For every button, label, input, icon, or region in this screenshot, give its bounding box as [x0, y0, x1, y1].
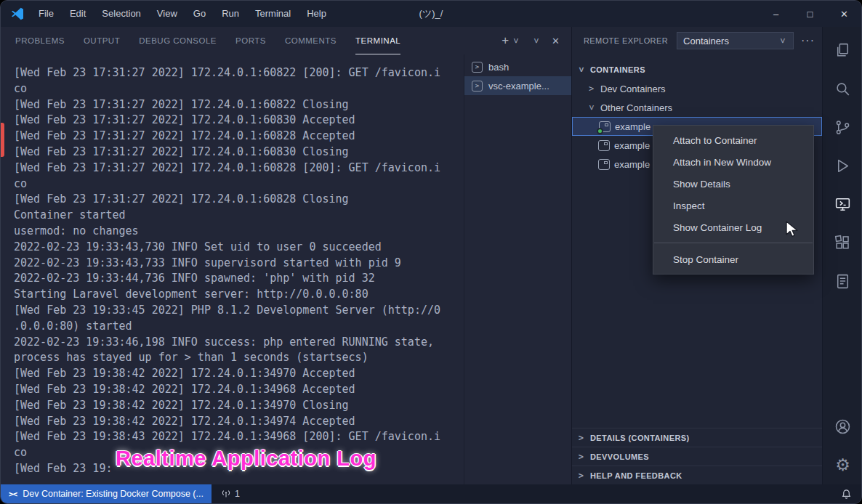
terminal-line: .0.0.0:80) started: [14, 319, 464, 335]
container-icon-inner: [605, 123, 608, 126]
chevron-right-icon: >: [576, 471, 586, 481]
more-actions-icon[interactable]: ···: [801, 34, 815, 47]
panel-tab[interactable]: OUTPUT: [84, 27, 120, 54]
sidebar-section-header[interactable]: > DEVVOLUMES: [572, 447, 822, 466]
panel-chevron-icon[interactable]: >: [531, 36, 541, 46]
left-edge-marker: [1, 123, 4, 157]
terminal-tab-item[interactable]: > vsc-example...: [464, 76, 571, 95]
account-icon[interactable]: [823, 407, 862, 446]
sidebar-title: REMOTE EXPLORER: [584, 36, 668, 45]
menu-item[interactable]: Run: [214, 1, 247, 27]
container-icon-inner: [604, 142, 608, 145]
maximize-button[interactable]: □: [793, 1, 827, 27]
bottom-panel: PROBLEMSOUTPUTDEBUG CONSOLEPORTSCOMMENTS…: [1, 27, 571, 484]
sidebar-section-header[interactable]: > HELP AND FEEDBACK: [572, 466, 822, 484]
notebook-icon[interactable]: [823, 262, 862, 301]
context-menu-item[interactable]: Attach to Container: [653, 129, 813, 151]
terminal-line: [Wed Feb 23 17:31:27 2022] 172.24.0.1:60…: [14, 129, 464, 145]
menu-item[interactable]: Selection: [94, 1, 148, 27]
terminal-line: [Wed Feb 23 17:31:27 2022] 172.24.0.1:60…: [14, 160, 464, 176]
terminal-tab-item[interactable]: > bash: [464, 57, 571, 76]
menu-item[interactable]: Edit: [62, 1, 94, 27]
terminal-line: 2022-02-23 19:33:46,198 INFO success: ph…: [14, 335, 464, 351]
menu-item[interactable]: Go: [185, 1, 214, 27]
terminal-line: Container started: [14, 208, 464, 224]
context-menu-item[interactable]: Show Details: [653, 173, 813, 195]
context-menu-item-label: Attach in New Window: [673, 157, 771, 168]
terminal-line: [Wed Feb 23 17:31:27 2022] 172.24.0.1:60…: [14, 113, 464, 129]
source-control-icon[interactable]: [823, 108, 862, 147]
tree-section-label: CONTAINERS: [590, 65, 645, 74]
menu-item[interactable]: Help: [299, 1, 334, 27]
context-menu-item[interactable]: Inspect: [653, 195, 813, 216]
sidebar-section-header[interactable]: > DETAILS (CONTAINERS): [572, 428, 822, 447]
container-label: example: [615, 121, 650, 132]
remote-type-select[interactable]: Containers >: [677, 32, 794, 49]
menu-item[interactable]: File: [31, 1, 62, 27]
context-menu-item[interactable]: [654, 243, 813, 243]
terminal-output: [Wed Feb 23 17:31:27 2022] 172.24.0.1:60…: [1, 54, 464, 484]
container-icon: [599, 121, 611, 132]
terminal-tab-label: vsc-example...: [488, 81, 549, 92]
terminal-line: [Wed Feb 23 19:38:42 2022] 172.24.0.1:34…: [14, 414, 464, 430]
context-menu-item-label: Show Details: [673, 179, 730, 190]
forwarded-ports-button[interactable]: 1: [221, 489, 240, 499]
chevron-down-icon: >: [576, 65, 587, 75]
run-debug-icon[interactable]: [823, 147, 862, 185]
panel-tab[interactable]: PORTS: [235, 27, 266, 54]
minimize-button[interactable]: –: [759, 1, 793, 27]
panel-tab[interactable]: PROBLEMS: [15, 27, 65, 54]
search-icon[interactable]: [823, 70, 862, 108]
terminal-tab-label: bash: [488, 62, 509, 73]
context-menu-item[interactable]: Stop Container: [653, 248, 813, 270]
container-icon: [598, 140, 610, 151]
ports-count: 1: [235, 489, 240, 499]
container-label: example: [614, 140, 650, 151]
settings-gear-icon[interactable]: ⚙: [823, 446, 862, 484]
container-icon: [598, 159, 610, 170]
chevron-icon: >: [587, 84, 596, 94]
sidebar-section-label: DETAILS (CONTAINERS): [590, 434, 690, 442]
terminal-line: [Wed Feb 23 17:31:27 2022] 172.24.0.1:60…: [14, 145, 464, 160]
tree-group-row[interactable]: > Other Containers: [572, 98, 822, 117]
terminal-line: [Wed Feb 23 19:38:42 2022] 172.24.0.1:34…: [14, 382, 464, 398]
container-context-menu: Attach to Container Attach in New Window…: [653, 125, 814, 275]
remote-status-button[interactable]: >< Dev Container: Existing Docker Compos…: [1, 484, 212, 503]
chevron-down-icon: >: [778, 36, 788, 46]
remote-status-label: Dev Container: Existing Docker Compose (…: [23, 489, 204, 499]
close-panel-icon[interactable]: ✕: [552, 36, 560, 46]
terminal-prompt-icon: >: [472, 81, 483, 92]
files-copy-icon[interactable]: [823, 31, 862, 70]
terminal-line: Starting Laravel development server: htt…: [14, 287, 464, 303]
close-button[interactable]: ✕: [827, 1, 861, 27]
title-bar: FileEditSelectionViewGoRunTerminalHelp (…: [1, 1, 861, 27]
remote-indicator-icon: ><: [9, 489, 17, 499]
tree-groups: > Dev Containers > Other Containers: [572, 79, 822, 117]
terminal-line: [Wed Feb 23 17:31:27 2022] 172.24.0.1:60…: [14, 97, 464, 113]
terminal-line: co: [14, 445, 464, 461]
tree-section-containers[interactable]: > CONTAINERS: [572, 60, 822, 79]
notifications-bell-icon[interactable]: [841, 489, 852, 500]
context-menu-item[interactable]: Attach in New Window: [653, 151, 813, 173]
new-terminal-button[interactable]: + >: [502, 33, 520, 48]
terminal-line: [Wed Feb 23 17:31:27 2022] 172.24.0.1:60…: [14, 65, 464, 81]
chevron-icon: >: [587, 103, 597, 113]
menu-item[interactable]: View: [149, 1, 185, 27]
activity-bar: ⚙: [822, 27, 862, 484]
terminal-line: 2022-02-23 19:33:44,736 INFO spawned: 'p…: [14, 271, 464, 287]
vscode-window: FileEditSelectionViewGoRunTerminalHelp (…: [0, 0, 862, 504]
panel-tab[interactable]: DEBUG CONSOLE: [139, 27, 217, 54]
menu-item[interactable]: Terminal: [247, 1, 299, 27]
tree-group-row[interactable]: > Dev Containers: [572, 79, 822, 98]
chevron-right-icon: >: [576, 433, 586, 443]
panel-tab[interactable]: TERMINAL: [355, 27, 400, 54]
container-label: example: [614, 159, 650, 170]
status-bar: >< Dev Container: Existing Docker Compos…: [1, 484, 861, 503]
terminal-line: co: [14, 81, 464, 97]
running-status-dot: [597, 128, 603, 134]
remote-explorer-icon[interactable]: [823, 185, 862, 224]
extensions-icon[interactable]: [823, 224, 862, 262]
context-menu-item[interactable]: Show Container Log: [653, 216, 813, 238]
panel-tab[interactable]: COMMENTS: [285, 27, 337, 54]
terminal-line: process has stayed up for > than 1 secon…: [14, 350, 464, 366]
